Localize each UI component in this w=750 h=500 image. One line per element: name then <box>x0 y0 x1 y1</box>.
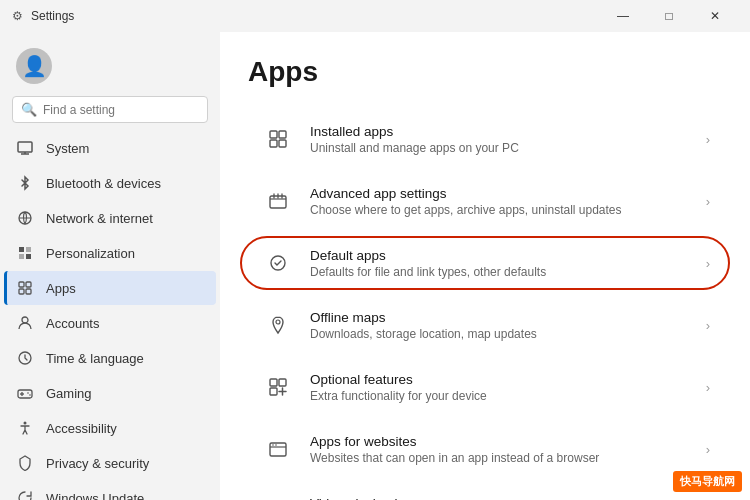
offline-maps-icon <box>260 307 296 343</box>
apps-icon <box>16 279 34 297</box>
advanced-app-settings-icon <box>260 183 296 219</box>
time-icon <box>16 349 34 367</box>
apps-for-websites-chevron: › <box>706 442 710 457</box>
sidebar-item-personalization[interactable]: Personalization <box>4 236 216 270</box>
default-apps-icon <box>260 245 296 281</box>
accessibility-icon <box>16 419 34 437</box>
svg-rect-9 <box>26 282 31 287</box>
apps-for-websites-text: Apps for websitesWebsites that can open … <box>310 434 692 465</box>
sidebar-item-label: Privacy & security <box>46 456 149 471</box>
bluetooth-icon <box>16 174 34 192</box>
gaming-icon <box>16 384 34 402</box>
settings-item-video-playback[interactable]: Video playbackVideo adjustments, HDR str… <box>248 480 722 500</box>
svg-point-32 <box>275 444 277 446</box>
avatar-icon: 👤 <box>22 54 47 78</box>
sidebar-item-apps[interactable]: Apps <box>4 271 216 305</box>
svg-point-18 <box>29 394 31 396</box>
privacy-icon <box>16 454 34 472</box>
offline-maps-chevron: › <box>706 318 710 333</box>
svg-point-17 <box>27 392 29 394</box>
title-bar-text: Settings <box>31 9 74 23</box>
page-title: Apps <box>248 56 722 88</box>
installed-apps-icon <box>260 121 296 157</box>
svg-rect-20 <box>270 131 277 138</box>
offline-maps-text: Offline mapsDownloads, storage location,… <box>310 310 692 341</box>
svg-rect-6 <box>19 254 24 259</box>
sidebar-item-label: Bluetooth & devices <box>46 176 161 191</box>
svg-rect-29 <box>270 388 277 395</box>
offline-maps-title: Offline maps <box>310 310 692 325</box>
svg-point-31 <box>272 444 274 446</box>
svg-rect-0 <box>18 142 32 152</box>
settings-item-default-apps[interactable]: Default appsDefaults for file and link t… <box>248 232 722 294</box>
default-apps-desc: Defaults for file and link types, other … <box>310 265 692 279</box>
settings-item-installed-apps[interactable]: Installed appsUninstall and manage apps … <box>248 108 722 170</box>
search-box[interactable]: 🔍 <box>12 96 208 123</box>
svg-rect-4 <box>19 247 24 252</box>
personalization-icon <box>16 244 34 262</box>
search-icon: 🔍 <box>21 102 37 117</box>
sidebar-item-bluetooth[interactable]: Bluetooth & devices <box>4 166 216 200</box>
profile-section: 👤 <box>0 32 220 96</box>
sidebar-item-label: Accessibility <box>46 421 117 436</box>
minimize-button[interactable]: — <box>600 0 646 32</box>
settings-item-apps-for-websites[interactable]: Apps for websitesWebsites that can open … <box>248 418 722 480</box>
svg-rect-22 <box>270 140 277 147</box>
installed-apps-desc: Uninstall and manage apps on your PC <box>310 141 692 155</box>
settings-list: Installed appsUninstall and manage apps … <box>248 108 722 500</box>
svg-point-12 <box>22 317 28 323</box>
svg-rect-7 <box>26 254 31 259</box>
accounts-icon <box>16 314 34 332</box>
sidebar-item-update[interactable]: Windows Update <box>4 481 216 500</box>
sidebar-item-system[interactable]: System <box>4 131 216 165</box>
network-icon <box>16 209 34 227</box>
settings-item-advanced-app-settings[interactable]: Advanced app settingsChoose where to get… <box>248 170 722 232</box>
sidebar-item-label: Network & internet <box>46 211 153 226</box>
svg-point-19 <box>24 422 27 425</box>
installed-apps-chevron: › <box>706 132 710 147</box>
advanced-app-settings-chevron: › <box>706 194 710 209</box>
sidebar-item-network[interactable]: Network & internet <box>4 201 216 235</box>
close-button[interactable]: ✕ <box>692 0 738 32</box>
sidebar-item-label: Personalization <box>46 246 135 261</box>
sidebar-item-privacy[interactable]: Privacy & security <box>4 446 216 480</box>
sidebar-item-label: System <box>46 141 89 156</box>
installed-apps-text: Installed appsUninstall and manage apps … <box>310 124 692 155</box>
optional-features-icon <box>260 369 296 405</box>
optional-features-title: Optional features <box>310 372 692 387</box>
apps-for-websites-desc: Websites that can open in an app instead… <box>310 451 692 465</box>
sidebar-item-label: Windows Update <box>46 491 144 501</box>
update-icon <box>16 489 34 500</box>
advanced-app-settings-text: Advanced app settingsChoose where to get… <box>310 186 692 217</box>
sidebar-item-label: Apps <box>46 281 76 296</box>
video-playback-text: Video playbackVideo adjustments, HDR str… <box>310 496 692 501</box>
installed-apps-title: Installed apps <box>310 124 692 139</box>
default-apps-title: Default apps <box>310 248 692 263</box>
system-icon <box>16 139 34 157</box>
sidebar-item-label: Gaming <box>46 386 92 401</box>
sidebar-item-accessibility[interactable]: Accessibility <box>4 411 216 445</box>
sidebar-item-gaming[interactable]: Gaming <box>4 376 216 410</box>
sidebar-item-time[interactable]: Time & language <box>4 341 216 375</box>
search-input[interactable] <box>43 103 199 117</box>
settings-item-offline-maps[interactable]: Offline mapsDownloads, storage location,… <box>248 294 722 356</box>
video-playback-icon <box>260 493 296 500</box>
svg-rect-28 <box>279 379 286 386</box>
settings-item-optional-features[interactable]: Optional featuresExtra functionality for… <box>248 356 722 418</box>
svg-rect-5 <box>26 247 31 252</box>
settings-icon: ⚙ <box>12 9 23 23</box>
watermark: 快马导航网 <box>673 471 742 492</box>
main-container: 👤 🔍 SystemBluetooth & devicesNetwork & i… <box>0 32 750 500</box>
optional-features-desc: Extra functionality for your device <box>310 389 692 403</box>
video-playback-title: Video playback <box>310 496 692 501</box>
maximize-button[interactable]: □ <box>646 0 692 32</box>
svg-rect-10 <box>19 289 24 294</box>
svg-rect-11 <box>26 289 31 294</box>
svg-rect-21 <box>279 131 286 138</box>
sidebar: 👤 🔍 SystemBluetooth & devicesNetwork & i… <box>0 32 220 500</box>
default-apps-text: Default appsDefaults for file and link t… <box>310 248 692 279</box>
advanced-app-settings-desc: Choose where to get apps, archive apps, … <box>310 203 692 217</box>
svg-rect-27 <box>270 379 277 386</box>
apps-for-websites-icon <box>260 431 296 467</box>
sidebar-item-accounts[interactable]: Accounts <box>4 306 216 340</box>
